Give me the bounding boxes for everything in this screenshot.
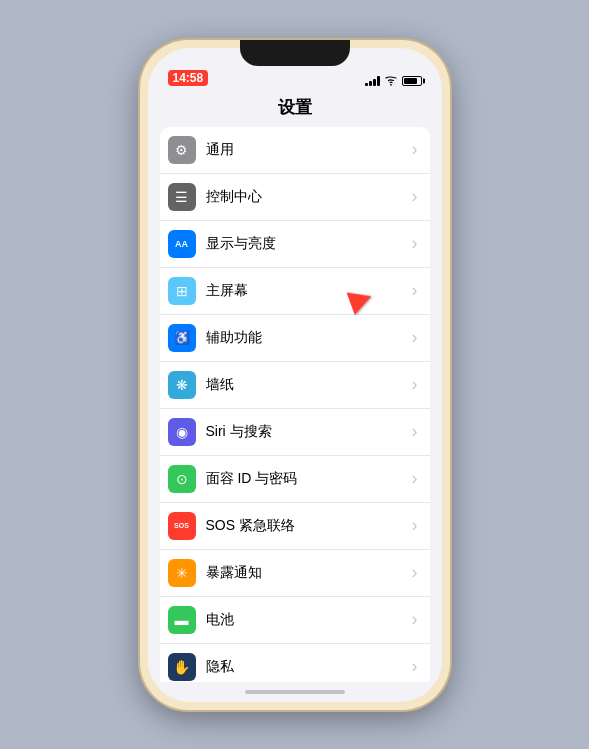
row-chevron-control-center xyxy=(412,186,418,207)
settings-row-wallpaper[interactable]: ❋ 墙纸 xyxy=(160,362,430,409)
settings-row-faceid[interactable]: ⊙ 面容 ID 与密码 xyxy=(160,456,430,503)
row-icon-siri: ◉ xyxy=(168,418,196,446)
row-chevron-accessibility xyxy=(412,327,418,348)
page-title: 设置 xyxy=(148,92,442,127)
status-time: 14:58 xyxy=(168,70,209,86)
signal-icon xyxy=(365,76,380,86)
row-icon-display: AA xyxy=(168,230,196,258)
row-icon-wallpaper: ❋ xyxy=(168,371,196,399)
row-label-siri: Siri 与搜索 xyxy=(206,423,412,441)
row-chevron-faceid xyxy=(412,468,418,489)
settings-list: ⚙ 通用 ☰ 控制中心 AA 显示与亮度 ⊞ 主屏幕 ♿ 辅助功能 ❋ 墙纸 ◉… xyxy=(148,127,442,682)
row-label-sos: SOS 紧急联络 xyxy=(206,517,412,535)
phone-frame: 14:58 设置 ⚙ 通用 ☰ xyxy=(140,40,450,710)
row-chevron-battery xyxy=(412,609,418,630)
row-chevron-exposure xyxy=(412,562,418,583)
row-chevron-general xyxy=(412,139,418,160)
row-icon-accessibility: ♿ xyxy=(168,324,196,352)
settings-row-exposure[interactable]: ✳ 暴露通知 xyxy=(160,550,430,597)
row-icon-battery: ▬ xyxy=(168,606,196,634)
home-indicator xyxy=(148,682,442,702)
settings-row-battery[interactable]: ▬ 电池 xyxy=(160,597,430,644)
row-icon-sos: SOS xyxy=(168,512,196,540)
row-chevron-privacy xyxy=(412,656,418,677)
row-icon-general: ⚙ xyxy=(168,136,196,164)
settings-row-control-center[interactable]: ☰ 控制中心 xyxy=(160,174,430,221)
settings-row-home-screen[interactable]: ⊞ 主屏幕 xyxy=(160,268,430,315)
row-label-home-screen: 主屏幕 xyxy=(206,282,412,300)
row-label-exposure: 暴露通知 xyxy=(206,564,412,582)
row-chevron-siri xyxy=(412,421,418,442)
row-icon-control-center: ☰ xyxy=(168,183,196,211)
row-chevron-wallpaper xyxy=(412,374,418,395)
row-chevron-sos xyxy=(412,515,418,536)
row-label-control-center: 控制中心 xyxy=(206,188,412,206)
home-bar xyxy=(245,690,345,694)
row-label-accessibility: 辅助功能 xyxy=(206,329,412,347)
row-label-faceid: 面容 ID 与密码 xyxy=(206,470,412,488)
row-chevron-home-screen xyxy=(412,280,418,301)
settings-row-display[interactable]: AA 显示与亮度 xyxy=(160,221,430,268)
row-icon-home-screen: ⊞ xyxy=(168,277,196,305)
row-icon-exposure: ✳ xyxy=(168,559,196,587)
wifi-icon xyxy=(384,76,398,86)
settings-row-privacy[interactable]: ✋ 隐私 xyxy=(160,644,430,682)
row-icon-faceid: ⊙ xyxy=(168,465,196,493)
phone-screen: 14:58 设置 ⚙ 通用 ☰ xyxy=(148,48,442,702)
notch xyxy=(240,40,350,66)
settings-row-general[interactable]: ⚙ 通用 xyxy=(160,127,430,174)
settings-row-siri[interactable]: ◉ Siri 与搜索 xyxy=(160,409,430,456)
row-label-display: 显示与亮度 xyxy=(206,235,412,253)
status-icons xyxy=(365,76,422,86)
row-label-battery: 电池 xyxy=(206,611,412,629)
settings-row-sos[interactable]: SOS SOS 紧急联络 xyxy=(160,503,430,550)
row-icon-privacy: ✋ xyxy=(168,653,196,681)
settings-section-main: ⚙ 通用 ☰ 控制中心 AA 显示与亮度 ⊞ 主屏幕 ♿ 辅助功能 ❋ 墙纸 ◉… xyxy=(160,127,430,682)
svg-point-0 xyxy=(390,84,392,86)
row-chevron-display xyxy=(412,233,418,254)
row-label-general: 通用 xyxy=(206,141,412,159)
row-label-privacy: 隐私 xyxy=(206,658,412,676)
row-label-wallpaper: 墙纸 xyxy=(206,376,412,394)
settings-row-accessibility[interactable]: ♿ 辅助功能 xyxy=(160,315,430,362)
battery-status-icon xyxy=(402,76,422,86)
